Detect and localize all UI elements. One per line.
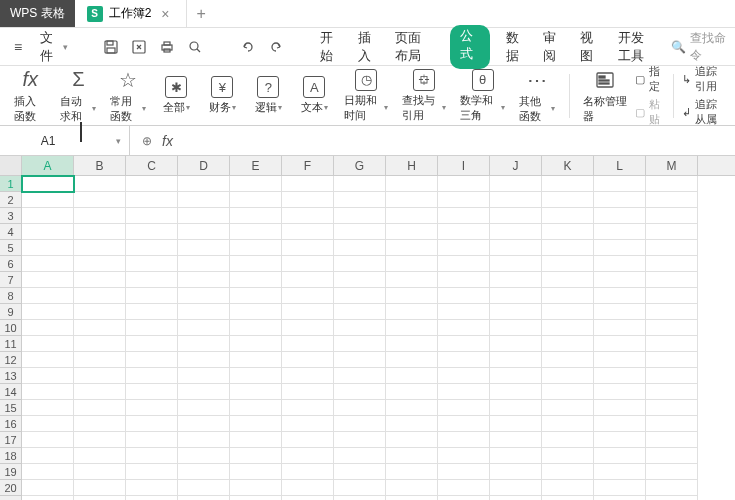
cell-G10[interactable] xyxy=(334,320,386,336)
cell-D12[interactable] xyxy=(178,352,230,368)
cell-H9[interactable] xyxy=(386,304,438,320)
cell-A4[interactable] xyxy=(22,224,74,240)
cell-J5[interactable] xyxy=(490,240,542,256)
cell-A8[interactable] xyxy=(22,288,74,304)
cell-M10[interactable] xyxy=(646,320,698,336)
cell-A13[interactable] xyxy=(22,368,74,384)
cell-B3[interactable] xyxy=(74,208,126,224)
common-functions-button[interactable]: ☆ 常用函数▾ xyxy=(104,66,152,126)
cell-D2[interactable] xyxy=(178,192,230,208)
cell-F21[interactable] xyxy=(282,496,334,500)
cell-A21[interactable] xyxy=(22,496,74,500)
row-header-13[interactable]: 13 xyxy=(0,368,22,384)
cell-F19[interactable] xyxy=(282,464,334,480)
cell-K7[interactable] xyxy=(542,272,594,288)
cell-G5[interactable] xyxy=(334,240,386,256)
cell-K1[interactable] xyxy=(542,176,594,192)
cell-L10[interactable] xyxy=(594,320,646,336)
cell-G9[interactable] xyxy=(334,304,386,320)
cell-K13[interactable] xyxy=(542,368,594,384)
cell-I12[interactable] xyxy=(438,352,490,368)
cell-F18[interactable] xyxy=(282,448,334,464)
cell-F16[interactable] xyxy=(282,416,334,432)
auto-sum-button[interactable]: Σ 自动求和▾ xyxy=(54,66,102,126)
cell-D10[interactable] xyxy=(178,320,230,336)
cell-K16[interactable] xyxy=(542,416,594,432)
cell-M21[interactable] xyxy=(646,496,698,500)
col-header-A[interactable]: A xyxy=(22,156,74,175)
cell-C3[interactable] xyxy=(126,208,178,224)
cell-E19[interactable] xyxy=(230,464,282,480)
tab-data[interactable]: 数据 xyxy=(504,25,527,69)
cell-J6[interactable] xyxy=(490,256,542,272)
cell-J17[interactable] xyxy=(490,432,542,448)
cell-L13[interactable] xyxy=(594,368,646,384)
cell-B1[interactable] xyxy=(74,176,126,192)
cell-F13[interactable] xyxy=(282,368,334,384)
cell-K15[interactable] xyxy=(542,400,594,416)
col-header-D[interactable]: D xyxy=(178,156,230,175)
cell-G16[interactable] xyxy=(334,416,386,432)
cell-H11[interactable] xyxy=(386,336,438,352)
cell-A15[interactable] xyxy=(22,400,74,416)
cell-G19[interactable] xyxy=(334,464,386,480)
cell-J18[interactable] xyxy=(490,448,542,464)
cell-C11[interactable] xyxy=(126,336,178,352)
cell-E3[interactable] xyxy=(230,208,282,224)
row-header-11[interactable]: 11 xyxy=(0,336,22,352)
cell-H15[interactable] xyxy=(386,400,438,416)
cell-B2[interactable] xyxy=(74,192,126,208)
cell-H1[interactable] xyxy=(386,176,438,192)
cell-G21[interactable] xyxy=(334,496,386,500)
cell-J12[interactable] xyxy=(490,352,542,368)
document-tab[interactable]: S 工作簿2 × xyxy=(75,0,187,27)
cell-J16[interactable] xyxy=(490,416,542,432)
cell-M5[interactable] xyxy=(646,240,698,256)
row-header-20[interactable]: 20 xyxy=(0,480,22,496)
cell-J15[interactable] xyxy=(490,400,542,416)
cell-H19[interactable] xyxy=(386,464,438,480)
cell-B18[interactable] xyxy=(74,448,126,464)
cell-H18[interactable] xyxy=(386,448,438,464)
print-preview-icon[interactable] xyxy=(185,37,205,57)
cell-H6[interactable] xyxy=(386,256,438,272)
cell-A17[interactable] xyxy=(22,432,74,448)
row-header-3[interactable]: 3 xyxy=(0,208,22,224)
cell-E16[interactable] xyxy=(230,416,282,432)
cell-L6[interactable] xyxy=(594,256,646,272)
cell-C21[interactable] xyxy=(126,496,178,500)
cell-J2[interactable] xyxy=(490,192,542,208)
cell-M7[interactable] xyxy=(646,272,698,288)
cell-F6[interactable] xyxy=(282,256,334,272)
cell-E20[interactable] xyxy=(230,480,282,496)
cell-K17[interactable] xyxy=(542,432,594,448)
cell-L21[interactable] xyxy=(594,496,646,500)
cell-A16[interactable] xyxy=(22,416,74,432)
col-header-K[interactable]: K xyxy=(542,156,594,175)
hamburger-icon[interactable]: ≡ xyxy=(8,35,28,59)
cell-B15[interactable] xyxy=(74,400,126,416)
cell-J13[interactable] xyxy=(490,368,542,384)
cell-E6[interactable] xyxy=(230,256,282,272)
cell-M9[interactable] xyxy=(646,304,698,320)
cell-I16[interactable] xyxy=(438,416,490,432)
fx-icon[interactable]: fx xyxy=(162,133,173,149)
cell-C17[interactable] xyxy=(126,432,178,448)
cell-I7[interactable] xyxy=(438,272,490,288)
cell-J3[interactable] xyxy=(490,208,542,224)
cell-L20[interactable] xyxy=(594,480,646,496)
cell-M17[interactable] xyxy=(646,432,698,448)
cell-L18[interactable] xyxy=(594,448,646,464)
cell-K8[interactable] xyxy=(542,288,594,304)
cell-D9[interactable] xyxy=(178,304,230,320)
cell-G4[interactable] xyxy=(334,224,386,240)
cell-M14[interactable] xyxy=(646,384,698,400)
cell-E1[interactable] xyxy=(230,176,282,192)
row-header-1[interactable]: 1 xyxy=(0,176,22,192)
cell-L14[interactable] xyxy=(594,384,646,400)
cell-C9[interactable] xyxy=(126,304,178,320)
other-functions-button[interactable]: ⋯ 其他函数▾ xyxy=(513,66,561,126)
name-manager-button[interactable]: 名称管理器 xyxy=(577,66,633,126)
cell-C10[interactable] xyxy=(126,320,178,336)
row-header-17[interactable]: 17 xyxy=(0,432,22,448)
